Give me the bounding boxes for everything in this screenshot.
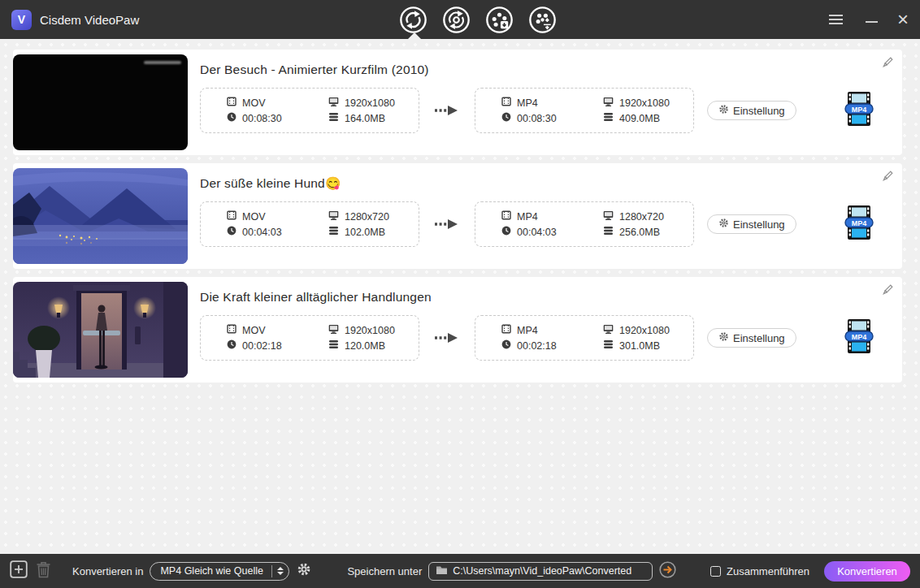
monitor-icon	[603, 97, 614, 109]
source-format: MOV	[227, 97, 328, 109]
save-under-label: Speichern unter	[347, 565, 422, 577]
clock-icon	[501, 339, 511, 352]
output-format-icon[interactable]: MP4	[844, 92, 874, 129]
file-row: Die Kraft kleiner alltäglicher Handlunge…	[13, 277, 902, 383]
footer-toolbar: Konvertieren in MP4 Gleich wie Quelle Sp…	[0, 554, 920, 588]
thumbnail-watermark	[144, 61, 181, 64]
monitor-icon	[603, 210, 614, 223]
source-format: MOV	[227, 324, 328, 336]
video-thumbnail	[13, 168, 188, 264]
conversion-info-row: MOV 1920x1080 00:02:18 120.0MB	[200, 315, 902, 361]
video-thumbnail	[13, 54, 188, 150]
film-icon	[227, 210, 237, 223]
output-path-value: C:\Users\mayn\Vid_ideoPaw\Converted	[453, 565, 631, 577]
gear-icon	[718, 331, 729, 344]
database-icon	[328, 339, 339, 352]
close-icon[interactable]: ×	[897, 10, 909, 29]
output-format-select[interactable]: MP4 Gleich wie Quelle	[150, 562, 289, 581]
convert-button[interactable]: Konvertieren	[824, 561, 910, 582]
output-path-field[interactable]: C:\Users\mayn\Vid_ideoPaw\Converted	[428, 562, 653, 581]
output-format-icon[interactable]: MP4	[844, 319, 874, 357]
conversion-info-row: MOV 1920x1080 00:08:30 164.0MB	[200, 88, 902, 133]
mode-tabs	[399, 0, 557, 39]
database-icon	[603, 339, 614, 352]
merge-checkbox[interactable]	[710, 566, 721, 577]
downloader-tab-icon[interactable]	[485, 6, 514, 34]
toolbox-tab-icon[interactable]	[528, 6, 557, 34]
window-controls: ×	[826, 10, 909, 29]
app-title: Cisdem VideoPaw	[40, 13, 139, 27]
delete-file-button[interactable]	[36, 561, 51, 582]
monitor-icon	[328, 210, 339, 223]
conversion-info-row: MOV 1280x720 00:04:03 102.0MB	[200, 201, 902, 247]
convert-direction-arrow-icon	[419, 218, 475, 231]
film-icon	[501, 324, 511, 336]
source-duration: 00:08:30	[227, 112, 328, 124]
file-row: Der Besuch - Animierter Kurzfilm (2010) …	[13, 50, 902, 155]
settings-button[interactable]: Einstellung	[707, 328, 796, 348]
gear-icon	[718, 104, 729, 117]
target-duration: 00:08:30	[501, 112, 603, 124]
output-format-icon[interactable]: MP4	[844, 205, 874, 243]
minimize-icon[interactable]	[866, 21, 878, 23]
edit-title-icon[interactable]	[881, 283, 894, 300]
database-icon	[328, 112, 339, 124]
convert-tab-icon[interactable]	[399, 6, 427, 34]
convert-in-label: Konvertieren in	[72, 565, 143, 577]
menu-icon[interactable]	[826, 11, 846, 28]
ripper-tab-icon[interactable]	[442, 6, 471, 34]
add-file-button[interactable]	[10, 560, 28, 582]
edit-title-icon[interactable]	[881, 56, 894, 72]
output-format-value: MP4 Gleich wie Quelle	[160, 565, 268, 577]
source-info-box: MOV 1280x720 00:04:03 102.0MB	[200, 201, 419, 247]
app-logo-icon: V	[11, 10, 32, 30]
target-resolution: 1920x1080	[603, 97, 688, 109]
target-format: MP4	[501, 324, 603, 336]
clock-icon	[227, 226, 237, 238]
source-size: 102.0MB	[328, 226, 414, 238]
clock-icon	[227, 339, 237, 352]
merge-label: Zusammenführen	[727, 565, 809, 577]
source-info-box: MOV 1920x1080 00:08:30 164.0MB	[200, 88, 419, 133]
source-duration: 00:02:18	[227, 339, 328, 352]
convert-direction-arrow-icon	[419, 331, 475, 344]
film-icon	[227, 324, 237, 336]
film-icon	[501, 97, 511, 109]
folder-icon	[436, 564, 448, 578]
film-icon	[227, 97, 237, 109]
video-thumbnail	[13, 282, 188, 378]
monitor-icon	[328, 324, 339, 336]
source-size: 164.0MB	[328, 112, 414, 124]
clock-icon	[501, 112, 511, 124]
target-info-box: MP4 1280x720 00:04:03 256.0MB	[475, 201, 694, 247]
source-resolution: 1920x1080	[328, 324, 414, 336]
target-format: MP4	[501, 97, 603, 109]
open-output-folder-button[interactable]	[659, 561, 676, 582]
film-icon	[501, 210, 511, 223]
settings-button[interactable]: Einstellung	[707, 101, 796, 120]
file-row-body: Der süße kleine Hund😋 MOV 1280x720 00:04…	[188, 163, 902, 269]
selected-tab-notch	[408, 32, 421, 39]
target-duration: 00:04:03	[501, 226, 603, 238]
file-row-body: Der Besuch - Animierter Kurzfilm (2010) …	[188, 50, 902, 155]
target-resolution: 1280x720	[603, 210, 688, 223]
svg-text:MP4: MP4	[851, 106, 866, 114]
format-settings-gear-icon[interactable]	[297, 562, 311, 580]
video-title: Der Besuch - Animierter Kurzfilm (2010)	[200, 63, 902, 77]
title-bar: V Cisdem VideoPaw	[0, 0, 920, 39]
file-row-body: Die Kraft kleiner alltäglicher Handlunge…	[188, 277, 902, 383]
svg-text:MP4: MP4	[851, 219, 866, 227]
database-icon	[328, 226, 339, 238]
clock-icon	[501, 226, 511, 238]
target-info-box: MP4 1920x1080 00:02:18 301.0MB	[475, 315, 694, 361]
source-info-box: MOV 1920x1080 00:02:18 120.0MB	[200, 315, 419, 361]
select-stepper-icon	[271, 565, 284, 577]
source-format: MOV	[227, 210, 328, 223]
target-resolution: 1920x1080	[603, 324, 688, 336]
settings-button[interactable]: Einstellung	[707, 214, 796, 234]
source-size: 120.0MB	[328, 339, 414, 352]
edit-title-icon[interactable]	[881, 170, 894, 186]
video-title: Der süße kleine Hund😋	[200, 176, 902, 191]
target-format: MP4	[501, 210, 603, 223]
file-row: Der süße kleine Hund😋 MOV 1280x720 00:04…	[13, 163, 902, 269]
